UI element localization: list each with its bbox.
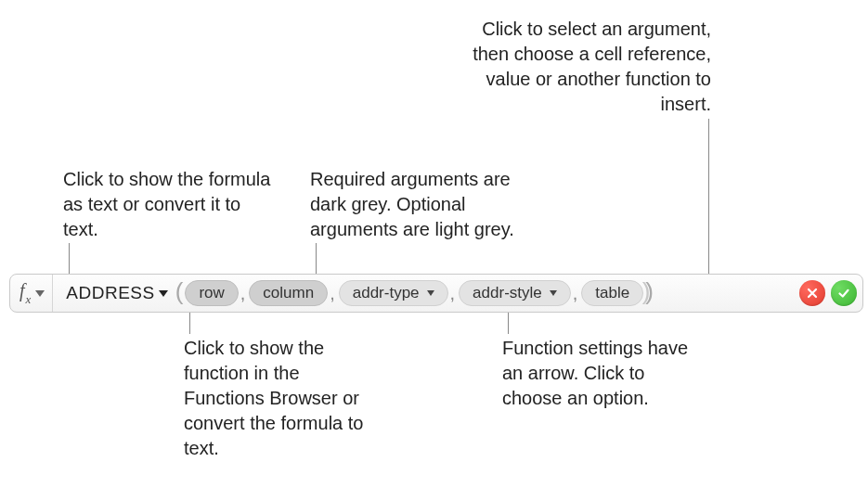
formula-editor-bar: fx ADDRESS ( row , column , addr-type , … (9, 274, 863, 313)
arg-label: addr-style (473, 284, 542, 302)
leader-line (708, 119, 709, 275)
leader-line (69, 243, 70, 275)
callout-fx: Click to show the formula as text or con… (63, 167, 277, 242)
leader-line (316, 243, 317, 275)
fx-menu-button[interactable]: fx (14, 275, 53, 312)
arg-addr-style[interactable]: addr-style (459, 280, 571, 306)
arg-row[interactable]: row (185, 280, 238, 306)
open-paren: ( (174, 277, 186, 306)
cancel-button[interactable] (799, 280, 825, 306)
arg-table[interactable]: table (581, 280, 643, 306)
leader-line (508, 312, 509, 334)
arg-label: addr-type (353, 284, 420, 302)
fx-icon: fx (19, 280, 30, 305)
arg-separator: , (239, 283, 250, 304)
arg-separator: , (448, 283, 460, 304)
function-name-label: ADDRESS (66, 283, 154, 303)
callout-required-optional: Required arguments are dark grey. Option… (310, 167, 542, 242)
chevron-down-icon (427, 290, 434, 296)
check-icon (837, 287, 850, 300)
close-icon (806, 287, 819, 300)
arg-separator: , (328, 283, 339, 304)
close-paren: ) (641, 277, 653, 306)
callout-fn-browser: Click to show the function in the Functi… (184, 336, 379, 461)
chevron-down-icon (159, 290, 168, 297)
arg-column[interactable]: column (249, 280, 328, 306)
callout-select-arg: Click to select an argument, then choose… (470, 17, 711, 117)
callout-settings-arrow: Function settings have an arrow. Click t… (502, 336, 706, 411)
leader-line (189, 312, 190, 334)
arg-separator: , (571, 283, 582, 304)
arg-addr-type[interactable]: addr-type (339, 280, 448, 306)
chevron-down-icon (550, 290, 557, 296)
accept-button[interactable] (831, 280, 857, 306)
chevron-down-icon (35, 290, 45, 297)
function-name-dropdown[interactable]: ADDRESS (58, 275, 173, 312)
